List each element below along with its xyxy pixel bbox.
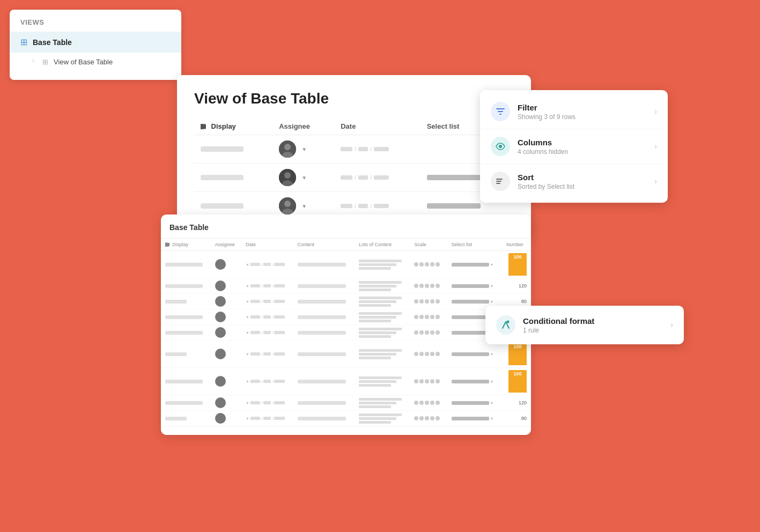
svg-point-7 [284, 201, 291, 207]
scale-dot [436, 352, 440, 356]
bt-date-cell: ▼// [241, 325, 293, 341]
bt-content-cell [293, 309, 355, 325]
bt-col-assignee: Assignee [211, 239, 241, 251]
bt-avatar [215, 312, 226, 322]
table-row: ▼//▼100 [161, 251, 531, 278]
svg-point-9 [499, 145, 502, 148]
top-card-title: View of Base Table [194, 90, 514, 107]
sort-sub: Sorted by Select list [518, 183, 574, 190]
table-row: ▼ / / [194, 164, 514, 192]
bottom-card-title: Base Table [161, 223, 531, 239]
scale-dot [430, 299, 434, 304]
filter-sub: Showing 3 of 9 rows [518, 113, 575, 121]
bt-date-cell: ▼// [241, 309, 293, 325]
scale-dot [425, 284, 429, 288]
bt-assignee-cell [211, 341, 241, 368]
bt-scale-cell [410, 341, 447, 368]
bt-display-cell [161, 294, 211, 309]
dropdown-arrow-icon: ▼ [301, 146, 307, 152]
filter-text: Filter Showing 3 of 9 rows [518, 103, 575, 121]
bt-lots-cell [355, 368, 410, 395]
scale-dot [419, 352, 424, 356]
views-title: Views [10, 18, 181, 32]
bt-display-cell [161, 309, 211, 325]
bt-number-cell: 100 [502, 341, 531, 368]
bt-display-cell [161, 341, 211, 368]
cond-text: Conditional format 1 rule [523, 316, 594, 334]
filter-icon [491, 102, 510, 121]
filter-option[interactable]: Filter Showing 3 of 9 rows › [480, 94, 668, 129]
bt-col-lots: Lots of Content [355, 239, 410, 251]
bt-select-cell: ▼ [447, 341, 502, 368]
scale-dot [419, 262, 424, 267]
bt-number-cell: 120 [502, 278, 531, 294]
bt-lots-cell [355, 325, 410, 341]
bt-date-cell: ▼// [241, 395, 293, 411]
bt-scale-cell [410, 309, 447, 325]
top-card: View of Base Table Display Assignee Date… [177, 75, 531, 238]
scale-dot [436, 416, 440, 420]
bt-content-cell [293, 411, 355, 426]
sidebar-item-base-table[interactable]: ⊞ Base Table [10, 32, 181, 53]
columns-option[interactable]: Columns 4 columns hidden › [480, 129, 668, 164]
view-table-icon: ⊞ [42, 58, 48, 66]
bt-content-cell [293, 395, 355, 411]
bt-select-cell: ▼ [447, 278, 502, 294]
bt-lots-cell [355, 411, 410, 426]
scale-dot [430, 330, 434, 335]
bt-display-cell [161, 278, 211, 294]
bt-date-cell: ▼// [241, 278, 293, 294]
bt-assignee-cell [211, 309, 241, 325]
bt-col-select: Select list [447, 239, 502, 251]
sort-option[interactable]: Sort Sorted by Select list › [480, 164, 668, 198]
bt-lots-cell [355, 395, 410, 411]
display-cell [194, 135, 272, 164]
flag-icon-small [165, 242, 169, 247]
table-row: ▼//▼120 [161, 278, 531, 294]
bt-avatar [215, 259, 226, 270]
bt-col-content: Content [293, 239, 355, 251]
columns-label: Columns [518, 138, 568, 147]
date-cell: / / [334, 164, 420, 192]
top-table: Display Assignee Date Select list ▼ [194, 118, 514, 220]
bt-col-number: Number [502, 239, 531, 251]
sidebar-item-view-base-table[interactable]: └ ⊞ View of Base Table [10, 53, 181, 71]
bt-assignee-cell [211, 251, 241, 278]
scale-dot [414, 299, 418, 304]
bt-scale-cell [410, 294, 447, 309]
bt-assignee-cell [211, 294, 241, 309]
bt-assignee-cell [211, 395, 241, 411]
bt-col-scale: Scale [410, 239, 447, 251]
bt-display-cell [161, 325, 211, 341]
bt-number-cell: 120 [502, 395, 531, 411]
bt-display-cell [161, 368, 211, 395]
table-row: ▼//▼100 [161, 368, 531, 395]
table-row: ▼//▼80 [161, 411, 531, 426]
bt-select-cell: ▼ [447, 368, 502, 395]
table-icon: ⊞ [20, 37, 27, 47]
scale-dot [414, 379, 418, 383]
bt-date-cell: ▼// [241, 411, 293, 426]
scale-dot [425, 330, 429, 335]
eye-icon [491, 137, 510, 156]
table-row: ▼//▼ [161, 309, 531, 325]
table-row: ▼//▼100 [161, 341, 531, 368]
col-assignee: Assignee [272, 118, 334, 135]
table-row: ▼//▼120 [161, 395, 531, 411]
bt-scale-cell [410, 325, 447, 341]
avatar [279, 169, 296, 186]
chevron-right-icon: › [654, 176, 657, 186]
scale-dot [414, 352, 418, 356]
table-row: ▼//▼80 [161, 325, 531, 341]
bt-avatar [215, 349, 226, 359]
assignee-cell: ▼ [272, 135, 334, 164]
display-cell [194, 164, 272, 192]
conditional-format-panel[interactable]: Conditional format 1 rule › [485, 306, 684, 344]
bt-select-cell: ▼ [447, 411, 502, 426]
scale-dot [414, 315, 418, 319]
bt-avatar [215, 280, 226, 291]
bt-avatar [215, 413, 226, 424]
scale-dot [419, 416, 424, 420]
bt-col-date: Date [241, 239, 293, 251]
date-cell: / / [334, 135, 420, 164]
